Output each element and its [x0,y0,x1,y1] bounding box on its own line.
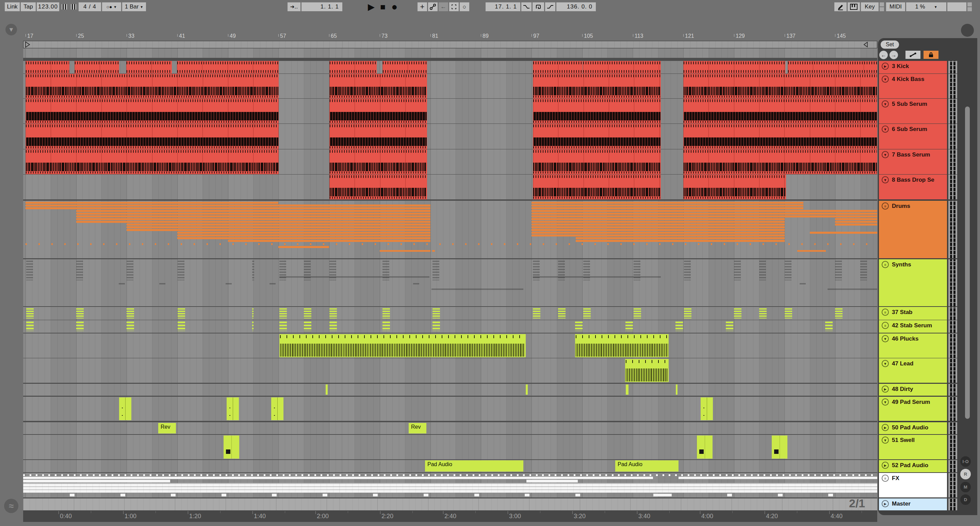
clip-pad[interactable] [227,397,239,420]
clip-s3[interactable] [382,321,390,331]
track-header-5-sub-serum[interactable]: ▼5 Sub Serum [879,99,947,124]
clip-ds[interactable] [531,232,785,234]
clip-sline[interactable] [159,283,165,284]
clip-s3[interactable] [675,321,683,331]
clip-kick[interactable] [382,61,427,73]
track-lane[interactable] [23,259,877,306]
marker-strip[interactable] [23,48,877,58]
clip-redblk[interactable] [533,99,661,124]
loop-button[interactable] [533,2,544,11]
record-button[interactable]: ● [389,2,400,12]
mixer-section-toggle-mixer[interactable]: M [960,482,971,492]
track-lane[interactable] [23,320,877,333]
clip-fxs[interactable] [679,477,877,479]
bar-number[interactable]: 17 [27,33,33,39]
clip-redblk[interactable] [329,99,427,124]
clip-s5[interactable] [279,308,287,318]
clip-sdash[interactable] [860,261,867,280]
clip-s5[interactable] [533,308,540,318]
clip-redblk[interactable] [533,124,661,149]
clip-redbar[interactable] [533,175,661,199]
clip-swell[interactable] [224,435,239,459]
scrub-area[interactable] [23,41,877,48]
clip-ds[interactable] [76,213,430,215]
group-icon[interactable]: ≡ [882,261,889,268]
info-view-toggle[interactable]: ▼ [5,24,17,35]
track-header-42-stab-serum[interactable]: ≡42 Stab Serum [879,320,947,333]
bar-number[interactable]: 113 [635,33,643,39]
play-button[interactable]: ▶ [366,2,377,12]
clip-fxsq[interactable] [576,494,580,496]
clip-pad[interactable] [701,397,713,420]
tap-tempo-button[interactable]: Tap [21,2,36,11]
clip-ds[interactable] [25,202,278,204]
clip-redblk[interactable] [25,99,279,124]
clip-s3[interactable] [279,321,287,331]
key-map-button[interactable]: Key [861,2,878,11]
clip-ds[interactable] [531,207,803,209]
link-button[interactable]: Link [5,2,20,11]
clip-pad[interactable] [271,397,283,420]
clip-s5[interactable] [734,308,741,318]
group-icon[interactable]: ≡ [882,202,889,210]
clip-fxsq[interactable] [474,494,479,496]
track-header-52-pad-audio[interactable]: ▶52 Pad Audio [879,460,947,472]
bar-number[interactable]: 73 [382,33,388,39]
clip-s3[interactable] [252,321,253,331]
track-lane[interactable] [23,397,877,421]
track-header-6-sub-serum[interactable]: ▼6 Sub Serum [879,124,947,149]
clip-redbar[interactable] [25,74,76,99]
clip-kick[interactable] [75,61,119,73]
clip-fxsq[interactable] [121,494,125,496]
clip-ds[interactable] [432,250,435,252]
clip-s3[interactable] [127,321,134,331]
tempo-field[interactable]: 123.00 [37,2,59,11]
re-enable-automation-button[interactable]: ← [439,2,448,11]
groove-wave-toggle[interactable]: ≈ [4,499,18,513]
clip-redblk[interactable] [683,124,877,149]
track-header-46-plucks[interactable]: ▼46 Plucks [879,334,947,358]
time-ruler[interactable]: 0:401:001:201:402:002:202:403:003:203:40… [23,510,877,522]
loop-end-marker-icon[interactable] [863,42,868,47]
clip-ds[interactable] [835,224,877,226]
track-header-4-kick-bass[interactable]: ▼4 Kick Bass [879,74,947,99]
clip-plucks[interactable] [575,334,669,357]
clip-s5[interactable] [178,308,185,318]
clip-rev[interactable]: Rev [158,423,176,434]
clip-s5[interactable] [759,308,767,318]
clip-s5[interactable] [583,308,591,318]
clip-s5[interactable] [382,308,390,318]
clip-s5[interactable] [252,308,253,318]
back-locator-button[interactable]: ← [879,51,888,59]
clip-ds[interactable] [76,215,430,218]
key-map-mini-toggle[interactable] [880,2,884,11]
track-header-master[interactable]: ▶Master [879,499,947,510]
clip-sline[interactable] [119,283,125,284]
clip-ds[interactable] [803,210,877,212]
track-header-fx[interactable]: ≡FX [879,473,947,497]
track-header-3-kick[interactable]: ▶3 Kick [879,61,947,73]
track-header-37-stab[interactable]: ≡37 Stab [879,307,947,320]
group-icon[interactable]: ≡ [882,475,889,482]
clip-s5[interactable] [684,308,692,318]
clip-pada[interactable]: Pad Audio [425,460,523,472]
automation-arm-button[interactable] [428,2,438,11]
time-signature-field[interactable]: 4 / 4 [79,2,101,11]
clip-s5[interactable] [304,308,311,318]
clip-ds[interactable] [380,250,430,252]
clip-mini[interactable] [326,385,328,395]
track-lane[interactable] [23,358,877,383]
clip-ds[interactable] [531,218,785,220]
clip-fxsq[interactable] [323,494,327,496]
clip-ds[interactable] [177,232,430,234]
clip-sline[interactable] [827,289,877,290]
bar-number[interactable]: 81 [432,33,438,39]
clip-fxsq[interactable] [373,494,378,496]
fold-icon[interactable]: ▼ [882,437,889,444]
clip-fxsq[interactable] [171,494,176,496]
clip-ds[interactable] [531,221,785,223]
clip-redblk[interactable] [683,99,877,124]
metronome-button[interactable]: ○●▼ [102,2,121,11]
clip-kick[interactable] [177,61,279,73]
punch-in-button[interactable] [521,2,531,11]
